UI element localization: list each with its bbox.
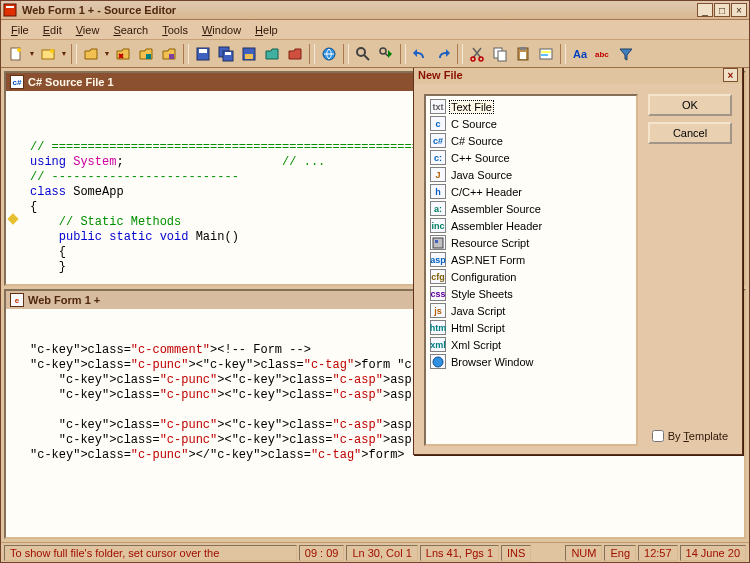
folder-teal-icon[interactable] xyxy=(261,43,283,65)
highlight-icon[interactable] xyxy=(535,43,557,65)
file-type-label: ASP.NET Form xyxy=(450,254,526,266)
status-numlock: NUM xyxy=(565,545,602,561)
file-type-item[interactable]: htmHtml Script xyxy=(428,319,634,336)
csharp-pane-title: C# Source File 1 xyxy=(28,76,114,88)
file-type-item[interactable]: xmlXml Script xyxy=(428,336,634,353)
file-type-item[interactable]: Browser Window xyxy=(428,353,634,370)
new-file-dropdown[interactable]: ▼ xyxy=(28,50,36,57)
paste-icon[interactable] xyxy=(512,43,534,65)
format-aa-icon[interactable]: Aa xyxy=(569,43,591,65)
status-line-col: Ln 30, Col 1 xyxy=(346,545,417,561)
open-folder-icon[interactable] xyxy=(80,43,102,65)
file-type-item[interactable]: c:C++ Source xyxy=(428,149,634,166)
close-button[interactable]: × xyxy=(731,3,747,17)
cut-icon[interactable] xyxy=(466,43,488,65)
webform-file-icon: e xyxy=(10,293,24,307)
menu-edit[interactable]: Edit xyxy=(37,22,68,38)
open-teal-icon[interactable] xyxy=(135,43,157,65)
file-type-item[interactable]: cC Source xyxy=(428,115,634,132)
file-type-icon: asp xyxy=(430,252,446,267)
file-type-label: Text File xyxy=(450,101,493,113)
by-template-checkbox[interactable]: By Template xyxy=(652,430,728,442)
format-abc-icon[interactable]: abc xyxy=(592,43,614,65)
file-type-icon: txt xyxy=(430,99,446,114)
undo-icon[interactable] xyxy=(409,43,431,65)
file-type-item[interactable]: aspASP.NET Form xyxy=(428,251,634,268)
save-all-icon[interactable] xyxy=(215,43,237,65)
file-type-icon xyxy=(430,235,446,250)
file-type-item[interactable]: a:Assembler Source xyxy=(428,200,634,217)
cancel-button[interactable]: Cancel xyxy=(648,122,732,144)
maximize-button[interactable]: □ xyxy=(714,3,730,17)
dialog-close-button[interactable]: × xyxy=(723,68,738,82)
file-type-item[interactable]: cssStyle Sheets xyxy=(428,285,634,302)
open-red-icon[interactable] xyxy=(112,43,134,65)
svg-rect-7 xyxy=(169,54,174,59)
svg-point-20 xyxy=(471,57,475,61)
file-type-icon: htm xyxy=(430,320,446,335)
new-file-icon[interactable] xyxy=(5,43,27,65)
by-template-input[interactable] xyxy=(652,430,664,442)
dialog-title-bar: New File × xyxy=(414,68,742,84)
menu-file[interactable]: File xyxy=(5,22,35,38)
breakpoint-icon[interactable] xyxy=(7,213,18,224)
minimize-button[interactable]: _ xyxy=(697,3,713,17)
file-type-icon: c# xyxy=(430,133,446,148)
menu-search[interactable]: Search xyxy=(107,22,154,38)
file-type-label: Html Script xyxy=(450,322,506,334)
by-template-label: By Template xyxy=(668,430,728,442)
save-folder-icon[interactable] xyxy=(238,43,260,65)
file-type-icon: js xyxy=(430,303,446,318)
open-purple-icon[interactable] xyxy=(158,43,180,65)
file-type-label: Style Sheets xyxy=(450,288,514,300)
status-date: 14 June 20 xyxy=(680,545,746,561)
svg-point-21 xyxy=(479,57,483,61)
svg-rect-0 xyxy=(4,4,16,16)
find-icon[interactable] xyxy=(352,43,374,65)
file-type-item[interactable]: cfgConfiguration xyxy=(428,268,634,285)
svg-rect-29 xyxy=(541,54,548,56)
file-type-label: C++ Source xyxy=(450,152,511,164)
svg-point-16 xyxy=(357,48,365,56)
toolbar-separator xyxy=(183,44,189,64)
save-icon[interactable] xyxy=(192,43,214,65)
file-type-item[interactable]: txtText File xyxy=(428,98,634,115)
file-type-icon: a: xyxy=(430,201,446,216)
file-type-item[interactable]: incAssembler Header xyxy=(428,217,634,234)
toolbar-separator xyxy=(560,44,566,64)
menu-view[interactable]: View xyxy=(70,22,106,38)
status-hint: To show full file's folder, set cursor o… xyxy=(4,545,297,561)
main-window: Web Form 1 + - Source Editor _ □ × File … xyxy=(0,0,750,563)
status-insert-mode[interactable]: INS xyxy=(501,545,531,561)
svg-point-3 xyxy=(17,48,21,52)
open-folder-dropdown[interactable]: ▼ xyxy=(103,50,111,57)
file-type-item[interactable]: JJava Source xyxy=(428,166,634,183)
file-type-item[interactable]: hC/C++ Header xyxy=(428,183,634,200)
app-icon xyxy=(3,2,19,18)
folder-red-icon[interactable] xyxy=(284,43,306,65)
file-type-item[interactable]: Resource Script xyxy=(428,234,634,251)
copy-icon[interactable] xyxy=(489,43,511,65)
find-next-icon[interactable] xyxy=(375,43,397,65)
toolbar-separator xyxy=(71,44,77,64)
funnel-icon[interactable] xyxy=(615,43,637,65)
file-type-label: Configuration xyxy=(450,271,517,283)
status-language[interactable]: Eng xyxy=(604,545,636,561)
svg-text:Aa: Aa xyxy=(573,48,588,60)
file-type-label: Assembler Source xyxy=(450,203,542,215)
menu-tools[interactable]: Tools xyxy=(156,22,194,38)
ok-button[interactable]: OK xyxy=(648,94,732,116)
file-type-item[interactable]: c#C# Source xyxy=(428,132,634,149)
redo-icon[interactable] xyxy=(432,43,454,65)
new-project-icon[interactable] xyxy=(37,43,59,65)
menu-help[interactable]: Help xyxy=(249,22,284,38)
webform-pane-title: Web Form 1 + xyxy=(28,294,100,306)
file-type-list[interactable]: txtText FilecC Sourcec#C# Sourcec:C++ So… xyxy=(424,94,638,446)
new-project-dropdown[interactable]: ▼ xyxy=(60,50,68,57)
file-type-item[interactable]: jsJava Script xyxy=(428,302,634,319)
csharp-file-icon: c# xyxy=(10,75,24,89)
ie-icon[interactable] xyxy=(318,43,340,65)
svg-rect-1 xyxy=(6,6,14,8)
menu-window[interactable]: Window xyxy=(196,22,247,38)
file-type-icon: css xyxy=(430,286,446,301)
